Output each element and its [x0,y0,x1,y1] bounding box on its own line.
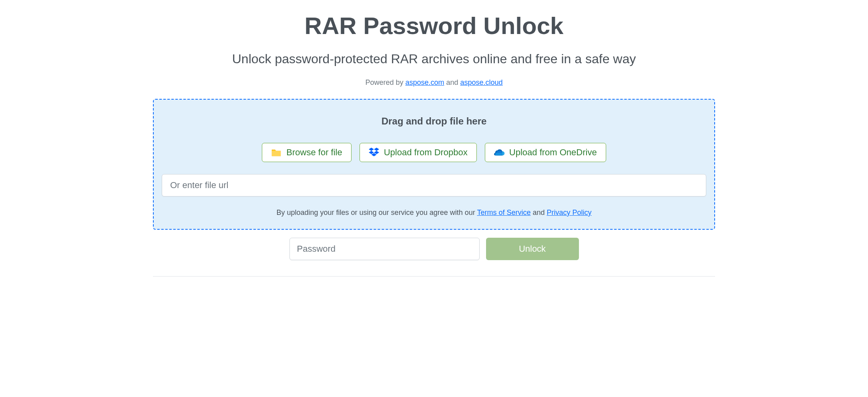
action-row: Unlock [153,238,715,260]
upload-button-row: Browse for file Upload from Dropbox [162,143,706,162]
aspose-cloud-link[interactable]: aspose.cloud [460,78,503,86]
browse-file-button[interactable]: Browse for file [262,143,351,162]
powered-and: and [444,78,460,86]
unlock-button[interactable]: Unlock [486,238,579,260]
upload-dropbox-button[interactable]: Upload from Dropbox [360,143,477,162]
drop-instruction: Drag and drop file here [162,116,706,127]
upload-onedrive-label: Upload from OneDrive [509,147,597,158]
onedrive-icon [494,147,504,158]
terms-of-service-link[interactable]: Terms of Service [477,209,530,217]
agreement-prefix: By uploading your files or using our ser… [276,209,477,217]
upload-onedrive-button[interactable]: Upload from OneDrive [485,143,606,162]
page-subtitle: Unlock password-protected RAR archives o… [153,52,715,66]
aspose-com-link[interactable]: aspose.com [405,78,444,86]
upload-dropbox-label: Upload from Dropbox [384,147,468,158]
agreement-text: By uploading your files or using our ser… [162,209,706,217]
page-title: RAR Password Unlock [153,12,715,40]
section-divider [153,276,715,277]
dropbox-icon [369,147,379,158]
powered-by-text: Powered by aspose.com and aspose.cloud [153,78,715,87]
folder-icon [271,147,281,158]
powered-prefix: Powered by [365,78,405,86]
password-input[interactable] [289,238,480,260]
browse-file-label: Browse for file [286,147,342,158]
privacy-policy-link[interactable]: Privacy Policy [547,209,592,217]
file-drop-zone[interactable]: Drag and drop file here Browse for file [153,99,715,230]
file-url-input[interactable] [162,174,706,196]
agreement-and: and [530,209,547,217]
